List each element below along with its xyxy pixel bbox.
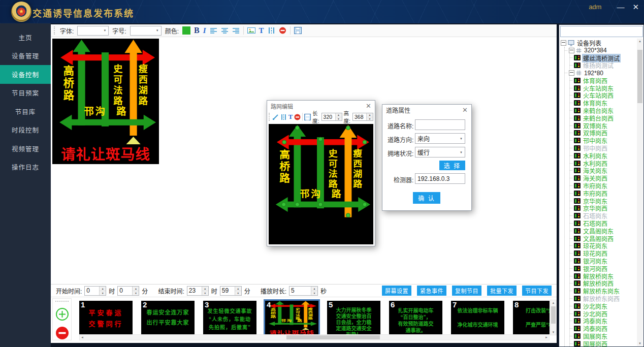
insert-image-button[interactable] [247, 27, 255, 34]
align-center-button[interactable] [221, 27, 229, 34]
road-tool-button[interactable] [268, 27, 275, 34]
dialog-titlebar[interactable]: 路网编辑 ✕ [267, 101, 375, 111]
step-down-icon[interactable]: ▼ [367, 117, 373, 121]
search-input[interactable] [560, 26, 643, 37]
scrollbar-thumb[interactable] [551, 306, 556, 324]
scroll-right-icon[interactable]: ► [544, 335, 549, 340]
action-button-3[interactable]: 批量下发 [487, 286, 517, 296]
align-left-button[interactable] [210, 27, 217, 34]
step-down-icon[interactable]: ▼ [311, 291, 317, 295]
playlist-item-8[interactable]: 8打击改装“炸严查严惩“机 [513, 301, 550, 335]
start-minute-stepper[interactable]: 0▲▼ [117, 286, 139, 296]
playlist-item-1[interactable]: 1平安春运交警同行 [79, 301, 133, 335]
action-button-4[interactable]: 节目下发 [522, 286, 552, 296]
scrollbar-thumb[interactable] [286, 335, 380, 339]
step-up-icon[interactable]: ▲ [235, 287, 241, 291]
tree-scrollbar[interactable]: ▲ ▼ [637, 39, 643, 346]
close-button[interactable]: ✕ [632, 3, 639, 11]
delete-button[interactable] [279, 27, 286, 34]
roadnet-canvas[interactable]: 高桥路史可法路瘦西湖路邗沟路 [269, 124, 373, 244]
sidebar-item-0[interactable]: 主页 [0, 28, 51, 47]
font-size-select[interactable]: ▼ [130, 26, 162, 36]
tree-device-item[interactable]: 维扬岗测试 [582, 61, 615, 70]
sidebar-item-4[interactable]: 节目库 [0, 102, 51, 121]
traffic-sign-preview[interactable]: 高桥路史可法路瘦西湖路邗沟路请礼让斑马线 [52, 39, 159, 164]
road-direction-select[interactable]: 来向▼ [415, 133, 465, 144]
playlist-item-2[interactable]: 2春运安全连万家出行平安靠大家 [141, 301, 195, 335]
step-up-icon[interactable]: ▲ [100, 287, 106, 291]
step-up-icon[interactable]: ▲ [202, 287, 208, 291]
detector-input[interactable]: 192.168.0.3 [415, 173, 465, 184]
tree-expander[interactable] [569, 70, 574, 76]
action-button-2[interactable]: 复制节目 [452, 286, 481, 296]
delete-button[interactable] [294, 114, 301, 120]
sidebar-item-5[interactable]: 时段控制 [0, 121, 51, 140]
tree-root-label[interactable]: 设备列表 [576, 39, 602, 47]
tree-device-item[interactable]: 国展岗西 [582, 339, 608, 346]
tree-group-0[interactable]: 320*384 [583, 47, 608, 54]
roadnet-sign[interactable]: 高桥路史可法路瘦西湖路邗沟路 [269, 124, 373, 244]
close-icon[interactable]: ✕ [366, 103, 371, 109]
confirm-button[interactable]: 确 认 [413, 192, 440, 204]
minimize-button[interactable]: — [617, 3, 624, 11]
scroll-up-icon[interactable]: ▲ [551, 300, 556, 305]
text-tool-button[interactable]: T [259, 26, 264, 35]
step-down-icon[interactable]: ▼ [336, 117, 342, 121]
playlist-vertical-scrollbar[interactable]: ▲ ▼ [550, 300, 557, 335]
color-swatch[interactable] [182, 26, 190, 35]
draw-line-button[interactable] [272, 114, 279, 120]
step-up-icon[interactable]: ▲ [336, 113, 342, 117]
step-up-icon[interactable]: ▲ [367, 113, 373, 117]
tree-expander[interactable] [561, 40, 566, 46]
action-button-0[interactable]: 屏幕设置 [382, 286, 411, 296]
tree-group-1[interactable]: 192*80 [583, 70, 604, 77]
step-down-icon[interactable]: ▼ [100, 291, 106, 295]
playlist-horizontal-scrollbar[interactable]: ◄ ► [79, 334, 550, 340]
sidebar-item-1[interactable]: 设备管理 [0, 47, 51, 66]
height-stepper[interactable]: 368▲▼ [352, 113, 373, 121]
playlist-item-7[interactable]: 7依法治理非标车辆净化城市交通环境 [451, 301, 504, 335]
panel-grip[interactable] [55, 300, 69, 302]
save-icon[interactable] [294, 27, 302, 34]
scroll-down-icon[interactable]: ▼ [637, 341, 643, 346]
toolbar-grip[interactable] [269, 113, 271, 121]
start-hour-stepper[interactable]: 0▲▼ [84, 286, 106, 296]
align-right-button[interactable] [232, 27, 240, 34]
dialog-titlebar[interactable]: 道路属性 ✕ [382, 105, 471, 115]
scrollbar-thumb[interactable] [637, 50, 642, 103]
sidebar-item-3[interactable]: 节目预案 [0, 84, 51, 103]
add-program-button[interactable] [55, 307, 69, 321]
duration-stepper[interactable]: 5▲▼ [289, 286, 318, 296]
scroll-down-icon[interactable]: ▼ [551, 330, 556, 335]
road-tool-button[interactable] [280, 114, 287, 120]
sidebar-item-7[interactable]: 操作日志 [0, 158, 51, 177]
end-minute-stepper[interactable]: 59▲▼ [220, 286, 242, 296]
traffic-sign-editor[interactable]: 高桥路史可法路瘦西湖路邗沟路 [269, 124, 373, 244]
save-icon[interactable] [304, 114, 311, 120]
playlist-item-5[interactable]: 5大力开展秋冬季交通安全整治百日会战，全力稳定道路交通安全形势！ [327, 301, 380, 335]
close-icon[interactable]: ✕ [462, 107, 468, 113]
road-name-input[interactable] [415, 119, 465, 130]
step-down-icon[interactable]: ▼ [133, 291, 139, 295]
sign-preview[interactable]: 高桥路史可法路瘦西湖路邗沟路请礼让斑马线 [52, 39, 159, 164]
select-button[interactable]: 选 择 [439, 161, 465, 170]
playlist-item-6[interactable]: 6扎实开展电动车“百日整治”，有效预防道路交通事故。 [389, 301, 442, 335]
length-stepper[interactable]: 320▲▼ [321, 113, 342, 121]
playlist-item-3[interactable]: 3发生轻微交通事故“人未伤，车能动先拍照，后撤离” [203, 301, 256, 335]
congestion-select[interactable]: 缓行▼ [415, 147, 465, 157]
step-down-icon[interactable]: ▼ [202, 291, 208, 295]
action-button-1[interactable]: 紧急事件 [417, 286, 446, 296]
font-select[interactable]: ▼ [77, 26, 109, 36]
text-tool-button[interactable]: T [288, 113, 293, 121]
remove-program-button[interactable] [55, 326, 69, 340]
italic-button[interactable]: I [203, 26, 206, 35]
step-up-icon[interactable]: ▲ [311, 287, 317, 291]
end-hour-stepper[interactable]: 23▲▼ [187, 286, 209, 296]
bold-button[interactable]: B [194, 26, 200, 35]
step-up-icon[interactable]: ▲ [133, 287, 139, 291]
tree-expander[interactable] [569, 48, 574, 53]
toolbar-grip[interactable] [54, 26, 56, 35]
sidebar-item-6[interactable]: 视频管理 [0, 139, 51, 158]
playlist-item-4[interactable]: 4高桥路史可法路瘦西湖路邗沟路请礼让斑马线 [264, 299, 320, 337]
step-down-icon[interactable]: ▼ [235, 291, 241, 295]
